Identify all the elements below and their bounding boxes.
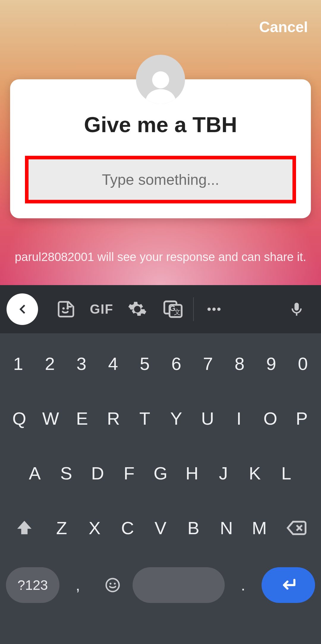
key-p[interactable]: P (286, 408, 317, 429)
key-period[interactable]: . (228, 576, 258, 594)
key-q[interactable]: Q (4, 408, 35, 429)
key-t[interactable]: T (129, 408, 160, 429)
key-4[interactable]: 4 (97, 354, 129, 374)
key-z[interactable]: Z (45, 518, 78, 538)
voice-input-button[interactable] (279, 301, 314, 318)
response-input[interactable]: Type something... (25, 156, 296, 204)
svg-point-2 (67, 307, 69, 310)
keyboard-toolbar: GIF G 文 (0, 285, 321, 333)
key-0[interactable]: 0 (287, 354, 319, 374)
sticker-icon (56, 299, 76, 319)
key-x[interactable]: X (78, 518, 111, 538)
key-u[interactable]: U (192, 408, 224, 429)
key-emoji[interactable] (96, 576, 129, 594)
key-backspace[interactable] (276, 517, 317, 539)
key-m[interactable]: M (243, 518, 276, 538)
keyboard-settings-button[interactable] (119, 299, 155, 319)
key-w[interactable]: W (35, 408, 67, 429)
key-enter[interactable] (262, 567, 315, 603)
keyboard-row-3: Z X C V B N M (2, 501, 319, 555)
key-d[interactable]: D (82, 463, 114, 484)
svg-point-1 (62, 307, 65, 310)
key-9[interactable]: 9 (255, 354, 287, 374)
keyboard-collapse-button[interactable] (7, 293, 38, 325)
story-reply-screen: Cancel Give me a TBH Type something... p… (0, 0, 321, 285)
more-icon (204, 299, 224, 319)
enter-icon (278, 575, 299, 595)
key-e[interactable]: E (66, 408, 98, 429)
chevron-left-icon (15, 302, 29, 316)
key-y[interactable]: Y (160, 408, 192, 429)
key-8[interactable]: 8 (224, 354, 255, 374)
keyboard-row-bottom: ?123 , . (2, 555, 319, 615)
key-j[interactable]: J (208, 463, 239, 484)
key-v[interactable]: V (144, 518, 177, 538)
svg-point-0 (152, 71, 169, 88)
key-1[interactable]: 1 (2, 354, 34, 374)
gif-button[interactable]: GIF (84, 302, 119, 317)
key-shift[interactable] (4, 518, 45, 537)
key-k[interactable]: K (239, 463, 270, 484)
key-l[interactable]: L (270, 463, 302, 484)
svg-text:文: 文 (174, 308, 181, 316)
soft-keyboard: GIF G 文 (0, 285, 321, 644)
key-o[interactable]: O (255, 408, 286, 429)
keyboard-row-numbers: 1 2 3 4 5 6 7 8 9 0 (2, 336, 319, 391)
svg-point-12 (114, 583, 116, 584)
key-6[interactable]: 6 (160, 354, 192, 374)
sticker-button[interactable] (48, 299, 84, 319)
backspace-icon (286, 517, 307, 539)
translate-button[interactable]: G 文 (155, 299, 191, 320)
key-g[interactable]: G (145, 463, 176, 484)
toolbar-divider (193, 297, 194, 321)
key-comma[interactable]: , (63, 576, 93, 594)
mic-icon (288, 301, 305, 318)
key-n[interactable]: N (210, 518, 243, 538)
cancel-button[interactable]: Cancel (259, 18, 308, 36)
shift-icon (15, 518, 34, 537)
key-r[interactable]: R (98, 408, 129, 429)
key-space[interactable] (133, 567, 225, 603)
gif-label: GIF (90, 302, 113, 317)
keyboard-row-1: Q W E R T Y U I O P (2, 391, 319, 446)
key-7[interactable]: 7 (192, 354, 224, 374)
person-silhouette-icon (141, 65, 180, 104)
key-i[interactable]: I (223, 408, 255, 429)
key-5[interactable]: 5 (129, 354, 160, 374)
response-placeholder: Type something... (102, 171, 219, 188)
key-3[interactable]: 3 (66, 354, 97, 374)
keyboard-row-2: A S D F G H J K L (2, 446, 319, 501)
gear-icon (128, 299, 147, 319)
key-f[interactable]: F (113, 463, 145, 484)
key-symbols[interactable]: ?123 (6, 567, 59, 603)
avatar (136, 55, 185, 104)
question-card: Give me a TBH Type something... (10, 79, 311, 218)
svg-point-8 (213, 308, 216, 311)
disclosure-text: parul28082001 will see your response and… (0, 250, 321, 264)
more-button[interactable] (196, 299, 232, 319)
key-c[interactable]: C (111, 518, 144, 538)
key-h[interactable]: H (176, 463, 208, 484)
key-b[interactable]: B (177, 518, 210, 538)
key-a[interactable]: A (19, 463, 51, 484)
svg-point-10 (106, 579, 119, 592)
translate-icon: G 文 (163, 299, 183, 320)
svg-point-7 (207, 308, 211, 311)
emoji-icon (104, 576, 121, 594)
svg-point-11 (110, 583, 111, 584)
key-s[interactable]: S (51, 463, 82, 484)
key-2[interactable]: 2 (34, 354, 65, 374)
svg-point-9 (217, 308, 221, 311)
